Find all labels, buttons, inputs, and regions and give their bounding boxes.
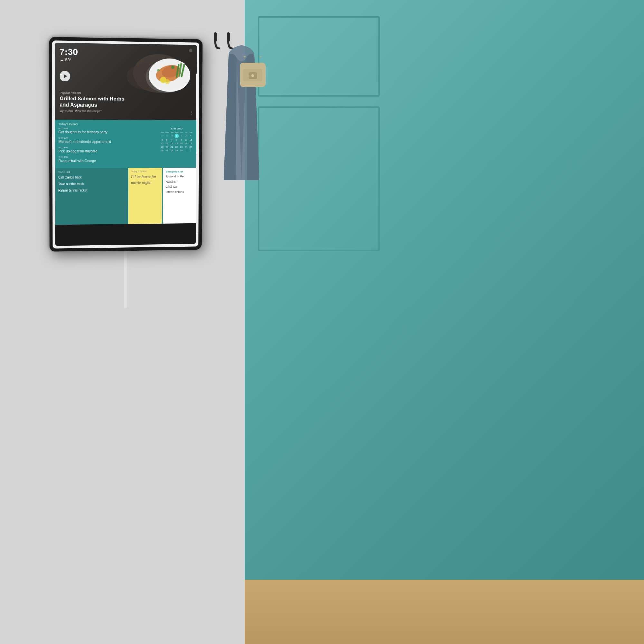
cal-day: 5 bbox=[160, 138, 165, 142]
food-image bbox=[142, 49, 194, 91]
sticky-note-widget[interactable]: Today, 7:20 AM I'll be home for movie ni… bbox=[128, 168, 162, 224]
cal-day: 24 bbox=[184, 145, 188, 149]
sticky-timestamp: Today, 7:20 AM bbox=[131, 170, 159, 172]
cal-day: 16 bbox=[179, 142, 184, 145]
cal-day: 10 bbox=[184, 138, 188, 142]
cal-day: 25 bbox=[188, 145, 193, 149]
todo-widget-title: To-Do List bbox=[58, 170, 126, 173]
cal-day: 2 bbox=[179, 134, 184, 138]
door-panel-top bbox=[258, 16, 380, 97]
shopping-list-widget[interactable]: Shopping List Almond butter Raisins Chai… bbox=[162, 168, 196, 224]
play-button[interactable] bbox=[60, 71, 70, 81]
power-cable bbox=[124, 251, 127, 308]
cal-day: 30 bbox=[179, 149, 184, 152]
weather: ☁ 63° bbox=[60, 57, 78, 62]
cal-day: 9 bbox=[179, 138, 184, 142]
event-time-2: 9:30 AM bbox=[58, 137, 157, 139]
cal-header-sat: Sat bbox=[188, 131, 193, 134]
event-item-1: 8:00 AM Get doughnuts for birthday party bbox=[58, 127, 157, 134]
clock: 7:30 bbox=[60, 47, 78, 57]
cal-day: 23 bbox=[179, 145, 184, 149]
calendar-section-title: Today's Events bbox=[58, 122, 193, 126]
cal-day: 30 bbox=[165, 134, 169, 138]
svg-point-5 bbox=[251, 74, 254, 77]
svg-rect-0 bbox=[214, 32, 217, 42]
cal-day: 3 bbox=[184, 134, 188, 138]
event-title-3: Pick up dog from daycare bbox=[58, 149, 157, 154]
wall-right bbox=[245, 0, 644, 644]
todo-item-3: Return tennis racket bbox=[58, 188, 126, 192]
cal-day-today: 1 bbox=[174, 134, 179, 138]
recipe-title: Grilled Salmon with Herbs and Asparagus bbox=[60, 95, 125, 108]
cal-day: 28 bbox=[169, 149, 174, 152]
svg-point-18 bbox=[165, 79, 170, 84]
cal-header-sun: Sun bbox=[160, 131, 165, 134]
cal-day: 20 bbox=[165, 145, 169, 149]
svg-rect-1 bbox=[227, 32, 230, 42]
event-title-4: Racquetball with George bbox=[58, 159, 157, 163]
cal-day: 26 bbox=[160, 149, 165, 152]
device-screen: 7:30 ☁ 63° Popular Recipes Grilled Salmo… bbox=[55, 43, 196, 246]
cal-day: 13 bbox=[165, 142, 169, 145]
cal-day: 27 bbox=[165, 149, 169, 152]
cal-day: 1 bbox=[184, 149, 188, 152]
todo-item-1: Call Carlos back bbox=[58, 175, 126, 179]
event-title-2: Michael's orthodontist appointment bbox=[58, 139, 157, 144]
events-list: 8:00 AM Get doughnuts for birthday party… bbox=[58, 127, 157, 166]
calendar-section: Today's Events 8:00 AM Get doughnuts for… bbox=[55, 120, 196, 168]
cal-day: 21 bbox=[169, 145, 174, 149]
cal-day: 22 bbox=[174, 145, 179, 149]
todo-widget[interactable]: To-Do List Call Carlos back Take out the… bbox=[55, 168, 128, 225]
shopping-item-4: Green onions bbox=[166, 190, 193, 193]
time-display: 7:30 ☁ 63° bbox=[60, 47, 78, 62]
sticky-text: I'll be home for movie night bbox=[131, 174, 159, 185]
shopping-item-2: Raisins bbox=[166, 179, 194, 183]
cal-header-thu: Thu bbox=[179, 131, 184, 134]
cal-header-wed: Wed bbox=[174, 131, 179, 134]
shopping-list-title: Shopping List bbox=[166, 170, 194, 173]
cal-header-mon: Mon bbox=[165, 131, 169, 134]
cal-day: 14 bbox=[169, 142, 174, 145]
cal-day: 29 bbox=[160, 134, 165, 138]
cal-day: 29 bbox=[174, 149, 179, 152]
cal-day: 2 bbox=[188, 149, 193, 152]
recipe-info: Popular Recipes Grilled Salmon with Herb… bbox=[60, 91, 125, 113]
event-title-1: Get doughnuts for birthday party bbox=[58, 130, 157, 135]
floor bbox=[245, 580, 644, 644]
calendar-content: 8:00 AM Get doughnuts for birthday party… bbox=[58, 127, 193, 166]
todo-item-2: Take out the trash bbox=[58, 181, 126, 186]
cal-day: 19 bbox=[160, 145, 165, 149]
cal-day: 18 bbox=[188, 142, 193, 145]
mini-calendar: June 2022 Sun Mon Tue Wed Thu Fri Sat 29 bbox=[160, 127, 193, 165]
cal-day: 6 bbox=[165, 138, 169, 142]
cal-day: 12 bbox=[160, 142, 165, 145]
play-icon bbox=[64, 74, 67, 78]
device-bezel: 7:30 ☁ 63° Popular Recipes Grilled Salmo… bbox=[52, 40, 199, 248]
cal-day: 17 bbox=[184, 142, 188, 145]
cal-header-fri: Fri bbox=[184, 131, 188, 134]
bag bbox=[238, 56, 267, 93]
device-frame: 7:30 ☁ 63° Popular Recipes Grilled Salmo… bbox=[49, 37, 203, 252]
cal-header-tue: Tue bbox=[169, 131, 174, 134]
recipe-hint: Try "Alexa, show me this recipe" bbox=[60, 109, 125, 113]
door-panel-bottom bbox=[258, 106, 380, 251]
widgets-row: To-Do List Call Carlos back Take out the… bbox=[55, 168, 196, 225]
cal-day: 8 bbox=[174, 138, 179, 142]
camera-dot bbox=[189, 49, 192, 52]
cal-day: 7 bbox=[169, 138, 174, 142]
recipe-category-label: Popular Recipes bbox=[60, 91, 125, 95]
cal-day: 11 bbox=[188, 138, 193, 142]
event-time-3: 4:00 PM bbox=[58, 146, 157, 149]
calendar-grid: Sun Mon Tue Wed Thu Fri Sat 29 30 31 1 bbox=[160, 131, 193, 152]
cal-day: 31 bbox=[169, 134, 174, 138]
shopping-item-3: Chai tea bbox=[166, 185, 194, 188]
event-item-2: 9:30 AM Michael's orthodontist appointme… bbox=[58, 137, 157, 144]
more-options-icon[interactable]: ⋮ bbox=[189, 110, 193, 115]
cal-day: 4 bbox=[188, 134, 193, 138]
cal-day: 15 bbox=[174, 142, 179, 145]
hero-section[interactable]: 7:30 ☁ 63° Popular Recipes Grilled Salmo… bbox=[55, 43, 196, 120]
event-item-3: 4:00 PM Pick up dog from daycare bbox=[58, 146, 157, 154]
shopping-item-1: Almond butter bbox=[166, 175, 194, 178]
event-item-4: 7:00 PM Racquetball with George bbox=[58, 156, 157, 163]
calendar-month-label: June 2022 bbox=[160, 127, 193, 130]
